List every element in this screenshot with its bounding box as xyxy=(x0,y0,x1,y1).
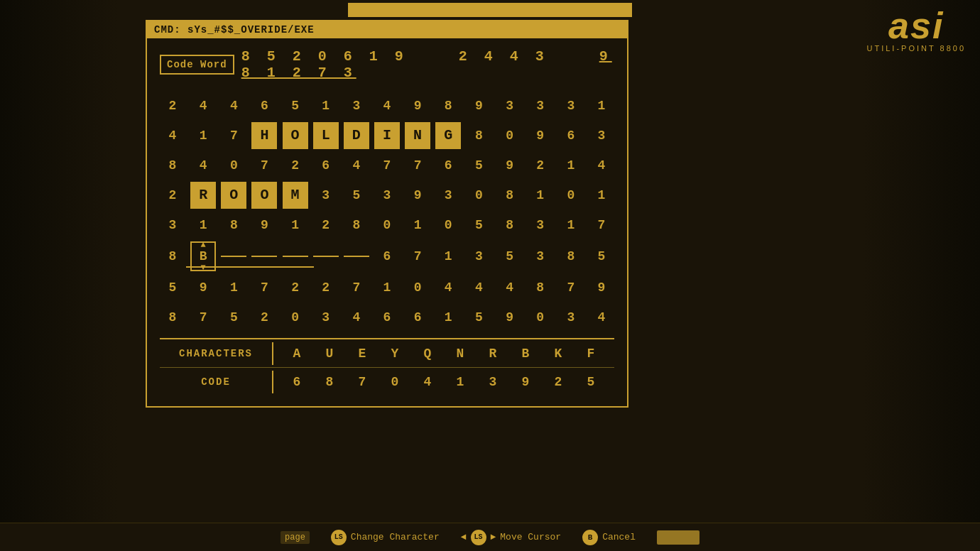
grid-cell-5-7: 6 xyxy=(374,243,400,270)
grid-cell-1-8: N xyxy=(405,122,430,149)
grid-cell-1-5: L xyxy=(313,122,339,149)
codeword-numbers: 8 5 2 0 6 1 9 2 4 4 3 9 8 1 2 7 3 xyxy=(241,48,614,81)
hint-change-char-text: Change Character xyxy=(351,532,440,542)
grid-cell-0-12: 3 xyxy=(528,92,553,119)
grid-cell-0-3: 6 xyxy=(251,92,277,119)
grid-cell-3-7: 3 xyxy=(374,182,400,209)
terminal-content: Code Word 8 5 2 0 6 1 9 2 4 4 3 9 8 1 2 … xyxy=(147,38,627,406)
code-val-5: 1 xyxy=(450,375,471,389)
characters-label: CHARACTERS xyxy=(160,342,273,365)
grid-cell-3-1: R xyxy=(190,182,216,209)
code-val-0: 6 xyxy=(286,375,307,389)
code-val-2: 7 xyxy=(352,375,373,389)
grid-cell-6-6: 7 xyxy=(344,274,369,301)
grid-cell-3-11: 8 xyxy=(497,182,523,209)
grid-cell-7-6: 4 xyxy=(344,304,369,331)
grid-cell-3-12: 1 xyxy=(528,182,553,209)
grid-row-7: 875203466159034 xyxy=(160,304,614,331)
title-area xyxy=(0,0,980,20)
characters-values: AUEYQNRBKF xyxy=(273,341,614,366)
code-val-3: 0 xyxy=(384,375,405,389)
grid-cell-4-7: 0 xyxy=(374,212,400,239)
grid-row-1: 417HOLDING80963 xyxy=(160,122,614,149)
grid-cell-4-10: 5 xyxy=(466,212,491,239)
grid-cell-1-12: 9 xyxy=(528,122,553,149)
char-val-9: F xyxy=(580,347,601,361)
grid-cell-1-13: 6 xyxy=(558,122,584,149)
grid-cell-5-8: 7 xyxy=(405,243,430,270)
grid-cell-6-9: 4 xyxy=(435,274,461,301)
grid-cell-5-4 xyxy=(283,256,308,257)
ls-icon-2: LS xyxy=(471,530,486,545)
grid-cell-4-12: 3 xyxy=(528,212,553,239)
grid-cell-3-3: O xyxy=(251,182,277,209)
grid-cell-5-9: 1 xyxy=(435,243,461,270)
code-val-7: 9 xyxy=(515,375,536,389)
grid-row-0: 244651349893331 xyxy=(160,92,614,119)
codeword-label: Code Word xyxy=(160,55,234,75)
grid-cell-7-7: 6 xyxy=(374,304,400,331)
grid-cell-3-13: 0 xyxy=(558,182,584,209)
char-val-4: Q xyxy=(417,347,438,361)
char-val-7: B xyxy=(515,347,536,361)
grid-cell-7-13: 3 xyxy=(558,304,584,331)
grid-cell-2-12: 2 xyxy=(528,152,553,179)
char-val-8: K xyxy=(548,347,569,361)
ls-icon-1: LS xyxy=(331,530,347,545)
codeword-row: Code Word 8 5 2 0 6 1 9 2 4 4 3 9 8 1 2 … xyxy=(160,48,614,81)
grid-cell-5-0: 8 xyxy=(160,243,185,270)
grid-cell-2-1: 4 xyxy=(190,152,216,179)
grid-cell-7-5: 3 xyxy=(313,304,339,331)
grid-cell-1-9: G xyxy=(435,122,461,149)
grid-cell-7-4: 0 xyxy=(283,304,308,331)
code-label: CODE xyxy=(160,371,273,393)
grid-cell-6-13: 7 xyxy=(558,274,584,301)
grid-cell-4-2: 8 xyxy=(221,212,246,239)
grid-cell-3-9: 3 xyxy=(435,182,461,209)
grid-cell-2-0: 8 xyxy=(160,152,185,179)
grid-cell-4-8: 1 xyxy=(405,212,430,239)
grid-cell-1-0: 4 xyxy=(160,122,185,149)
grid-cell-0-0: 2 xyxy=(160,92,185,119)
cmd-value: sYs_#$$_OVERIDE/EXE xyxy=(187,24,315,36)
grid-cell-7-12: 0 xyxy=(528,304,553,331)
grid-cell-3-10: 0 xyxy=(466,182,491,209)
grid-cell-2-5: 6 xyxy=(313,152,339,179)
legend-area: CHARACTERS AUEYQNRBKF CODE 6870413925 xyxy=(160,339,614,396)
grid-cell-5-13: 8 xyxy=(558,243,584,270)
characters-row: CHARACTERS AUEYQNRBKF xyxy=(160,339,614,368)
grid-cell-5-5 xyxy=(313,256,339,257)
hint-bar-decoration xyxy=(657,530,699,545)
grid-cell-0-8: 9 xyxy=(405,92,430,119)
grid-cell-7-1: 7 xyxy=(190,304,216,331)
b-icon: B xyxy=(582,530,598,545)
codeword-part1: 8 5 2 0 6 1 9 xyxy=(241,48,408,65)
char-val-0: A xyxy=(286,347,307,361)
code-val-4: 4 xyxy=(417,375,438,389)
grid-cell-5-2 xyxy=(221,256,246,257)
grid-cell-0-7: 4 xyxy=(374,92,400,119)
asi-subtitle: UTILI-POINT 8800 xyxy=(867,44,967,53)
char-val-3: Y xyxy=(384,347,405,361)
grid-cell-6-0: 5 xyxy=(160,274,185,301)
grid-cell-6-3: 7 xyxy=(251,274,277,301)
grid-cell-4-0: 3 xyxy=(160,212,185,239)
grid-cell-0-1: 4 xyxy=(190,92,216,119)
grid-cell-6-11: 4 xyxy=(497,274,523,301)
char-val-5: N xyxy=(450,347,471,361)
grid-row-5: 8B67135385 xyxy=(160,241,614,271)
grid-cell-6-4: 2 xyxy=(283,274,308,301)
grid-cell-7-0: 8 xyxy=(160,304,185,331)
grid-cell-4-14: 7 xyxy=(589,212,614,239)
grid-cell-1-4: O xyxy=(283,122,308,149)
grid-cell-5-12: 3 xyxy=(528,243,553,270)
grid-cell-1-7: I xyxy=(374,122,400,149)
grid-cell-1-1: 1 xyxy=(190,122,216,149)
grid-cell-6-2: 1 xyxy=(221,274,246,301)
grid-cell-5-14: 5 xyxy=(589,243,614,270)
grid-cell-7-3: 2 xyxy=(251,304,277,331)
grid-row-6: 591722710444879 xyxy=(160,274,614,301)
grid-cell-6-7: 1 xyxy=(374,274,400,301)
char-val-1: U xyxy=(319,347,340,361)
grid-cell-1-11: 0 xyxy=(497,122,523,149)
